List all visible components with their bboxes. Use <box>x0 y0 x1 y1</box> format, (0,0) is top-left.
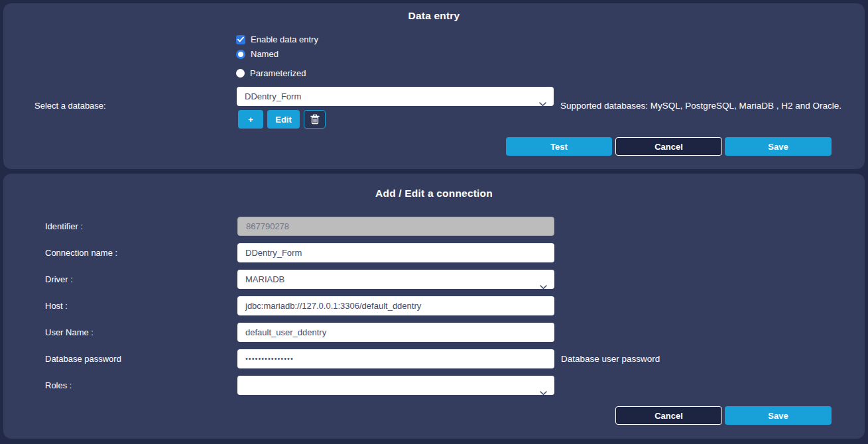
cancel-button-top[interactable]: Cancel <box>615 137 722 156</box>
chevron-down-icon <box>540 383 547 395</box>
save-button-bottom[interactable]: Save <box>725 406 832 425</box>
test-button[interactable]: Test <box>506 137 612 156</box>
driver-select-value: MARIADB <box>245 274 284 284</box>
database-select-value: DDentry_Form <box>245 91 301 101</box>
database-password-helper: Database user password <box>561 354 660 364</box>
save-button-top[interactable]: Save <box>725 137 832 156</box>
user-name-field[interactable] <box>237 323 554 342</box>
enable-data-entry-label: Enable data entry <box>251 34 318 44</box>
data-entry-panel: Data entry Enable data entry Named Param… <box>3 3 865 169</box>
chevron-down-icon <box>539 94 546 106</box>
parameterized-radio-label: Parameterized <box>250 68 306 78</box>
identifier-field <box>237 217 554 236</box>
edit-database-button[interactable]: Edit <box>267 110 300 129</box>
delete-database-button[interactable] <box>304 110 326 129</box>
roles-select[interactable] <box>237 376 554 395</box>
host-field[interactable] <box>237 296 554 315</box>
database-password-label: Database password <box>45 354 121 364</box>
database-select[interactable]: DDentry_Form <box>237 87 554 106</box>
parameterized-radio[interactable] <box>236 69 245 78</box>
named-radio[interactable] <box>236 50 245 59</box>
cancel-button-bottom[interactable]: Cancel <box>615 406 722 425</box>
checkmark-icon <box>237 36 244 42</box>
mode-parameterized-row: Parameterized <box>236 68 306 78</box>
enable-data-entry-row: Enable data entry <box>236 34 318 44</box>
user-name-label: User Name : <box>45 327 93 337</box>
driver-select[interactable]: MARIADB <box>237 270 554 289</box>
trash-icon <box>310 114 320 125</box>
select-database-label: Select a database: <box>34 101 106 111</box>
named-radio-label: Named <box>251 49 279 59</box>
driver-label: Driver : <box>45 274 73 284</box>
enable-data-entry-checkbox[interactable] <box>236 35 245 44</box>
connection-form-title: Add / Edit a connection <box>3 188 865 199</box>
host-label: Host : <box>45 301 68 311</box>
chevron-down-icon <box>540 277 547 289</box>
mode-named-row: Named <box>236 49 279 59</box>
data-entry-title: Data entry <box>3 10 865 22</box>
add-database-button[interactable]: + <box>238 110 263 129</box>
roles-label: Roles : <box>45 380 72 390</box>
supported-databases-note: Supported databases: MySQL, PostgreSQL, … <box>560 101 841 111</box>
connection-name-label: Connection name : <box>45 248 117 258</box>
connection-name-field[interactable] <box>237 243 554 262</box>
connection-form-panel: Add / Edit a connection Identifier : Con… <box>3 174 865 439</box>
identifier-label: Identifier : <box>45 221 83 231</box>
database-password-field[interactable] <box>237 349 554 368</box>
